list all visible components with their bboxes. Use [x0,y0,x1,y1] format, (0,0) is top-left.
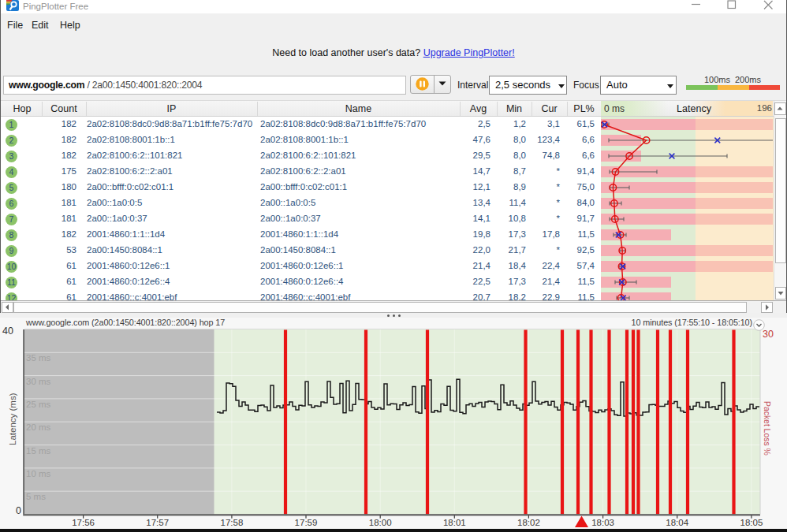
svg-text:17:56: 17:56 [72,518,95,527]
svg-text:17:59: 17:59 [295,518,318,527]
svg-text:18:03: 18:03 [591,518,614,527]
svg-text:20 ms: 20 ms [26,422,51,432]
svg-text:15 ms: 15 ms [26,446,51,456]
svg-text:18:02: 18:02 [517,518,540,527]
svg-text:18:04: 18:04 [666,518,688,527]
svg-text:18:01: 18:01 [443,518,466,527]
svg-text:10 ms: 10 ms [26,469,51,478]
svg-text:35 ms: 35 ms [26,353,51,363]
svg-text:30 ms: 30 ms [26,377,51,386]
svg-text:18:00: 18:00 [369,518,392,527]
svg-text:18:05: 18:05 [740,518,763,527]
svg-text:25 ms: 25 ms [26,400,51,409]
svg-text:17:58: 17:58 [221,518,244,527]
svg-text:17:57: 17:57 [146,518,169,527]
svg-text:5 ms: 5 ms [26,492,46,501]
